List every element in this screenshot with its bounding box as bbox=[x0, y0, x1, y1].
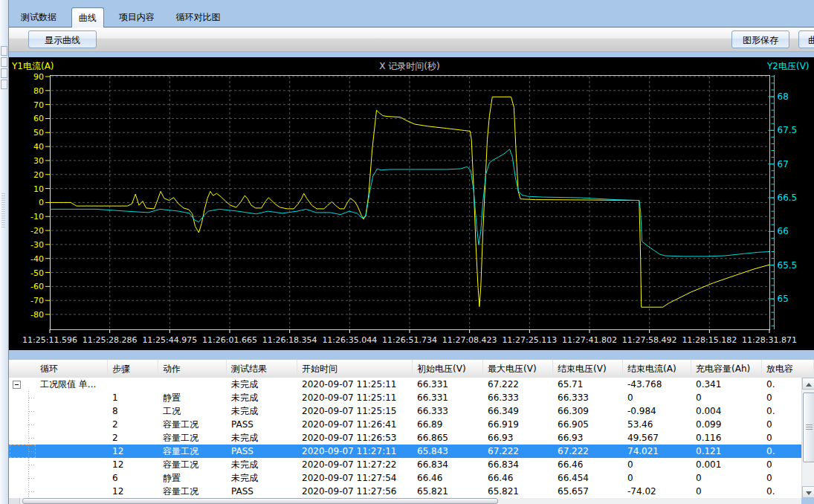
y2-tick-label: 67 bbox=[778, 159, 789, 169]
vertical-scrollbar[interactable] bbox=[801, 378, 814, 498]
column-header[interactable]: 测试结果 bbox=[227, 360, 297, 378]
table-row[interactable]: 8工况未完成2020-09-07 11:25:1566.33366.34966.… bbox=[9, 404, 801, 418]
scroll-left-button[interactable] bbox=[9, 498, 20, 504]
y2-tick-label: 66 bbox=[778, 226, 789, 236]
table-cell: 65.657 bbox=[553, 485, 623, 498]
results-table: 循环步骤动作测试结果开始时间初始电压(V)最大电压(V)结束电压(V)结束电流(… bbox=[9, 360, 814, 498]
table-cell: PASS bbox=[227, 485, 297, 498]
y1-tick-label: 20 bbox=[33, 170, 44, 180]
table-cell: 66.46 bbox=[553, 458, 623, 471]
main-area: 测试数据 曲线 项目内容 循环对比图 显示曲线 图形保存 曲 908070605… bbox=[9, 0, 814, 504]
table-row[interactable]: 2容量工况PASS2020-09-07 11:26:4166.8966.9196… bbox=[9, 418, 801, 431]
table-cell: 0 bbox=[691, 471, 762, 485]
save-graph-button[interactable]: 图形保存 bbox=[731, 30, 789, 48]
x-tick-label: 11:27:58.492 bbox=[622, 335, 677, 345]
table-cell: 12 bbox=[108, 458, 158, 471]
tab-curve[interactable]: 曲线 bbox=[71, 7, 104, 29]
table-cell: 66.333 bbox=[553, 391, 623, 404]
tab-cycle-comparison[interactable]: 循环对比图 bbox=[169, 7, 227, 27]
table-cell: 2020-09-07 11:27:56 bbox=[297, 485, 413, 498]
y2-tick-label: 65.5 bbox=[778, 260, 798, 271]
tree-line bbox=[29, 491, 34, 492]
table-cell: PASS bbox=[227, 418, 297, 431]
arrow-up-icon bbox=[806, 383, 812, 387]
scroll-up-button[interactable] bbox=[802, 378, 814, 390]
column-header[interactable]: 结束电压(V) bbox=[553, 360, 623, 378]
column-header[interactable]: 步骤 bbox=[108, 360, 158, 378]
table-cell: 2020-09-07 11:27:54 bbox=[297, 471, 413, 485]
table-cell bbox=[36, 458, 108, 471]
x-tick-label: 11:26:01.665 bbox=[202, 335, 257, 345]
x-tick-label: 11:26:51.734 bbox=[382, 335, 437, 345]
x-tick-label: 11:27:25.113 bbox=[502, 335, 557, 345]
table-header: 循环步骤动作测试结果开始时间初始电压(V)最大电压(V)结束电压(V)结束电流(… bbox=[9, 360, 814, 378]
table-cell: 2020-09-07 11:25:15 bbox=[297, 404, 413, 418]
horizontal-scrollbar[interactable] bbox=[9, 498, 801, 504]
arrow-down-icon bbox=[806, 491, 812, 495]
table-cell: 0. bbox=[762, 445, 801, 458]
column-header[interactable]: 结束电流(A) bbox=[623, 360, 691, 378]
y2-tick-label: 67.5 bbox=[778, 125, 798, 135]
tab-test-data[interactable]: 测试数据 bbox=[14, 7, 63, 27]
y1-tick-label: 10 bbox=[33, 184, 44, 194]
table-cell: 0 bbox=[691, 391, 762, 404]
column-header[interactable]: 开始时间 bbox=[297, 360, 413, 378]
y1-tick-label: -80 bbox=[30, 310, 44, 320]
column-header[interactable]: 放电容 bbox=[762, 360, 814, 378]
mini-icon bbox=[1, 46, 7, 56]
table-cell: 66.46 bbox=[413, 471, 483, 485]
tab-project-content[interactable]: 项目内容 bbox=[112, 7, 161, 27]
table-cell: 2 bbox=[108, 431, 158, 445]
hscrollbar-thumb[interactable] bbox=[22, 498, 498, 504]
table-cell: 未完成 bbox=[227, 404, 297, 418]
y1-tick-label: 80 bbox=[33, 86, 44, 96]
table-cell: 67.222 bbox=[553, 445, 623, 458]
left-collapsed-panel[interactable] bbox=[0, 0, 9, 504]
table-cell bbox=[36, 431, 108, 445]
table-cell: 0. bbox=[762, 378, 801, 391]
table-row[interactable]: 工况限值 单...未完成2020-09-07 11:25:1166.33167.… bbox=[9, 378, 801, 391]
show-curve-button[interactable]: 显示曲线 bbox=[28, 30, 97, 48]
clipped-right-button[interactable]: 曲 bbox=[798, 30, 814, 48]
table-cell: 65.821 bbox=[483, 485, 553, 498]
tree-collapse-icon[interactable] bbox=[13, 381, 21, 389]
table-cell: 静置 bbox=[158, 471, 227, 485]
table-cell: PASS bbox=[227, 445, 297, 458]
thumb-grip-icon bbox=[806, 424, 813, 430]
table-cell: 49.567 bbox=[623, 431, 691, 445]
column-header[interactable]: 最大电压(V) bbox=[483, 360, 553, 378]
table-cell: 2020-09-07 11:27:22 bbox=[297, 458, 413, 471]
table-cell: 66.331 bbox=[413, 391, 483, 404]
table-cell: 容量工况 bbox=[158, 431, 227, 445]
table-row[interactable]: 2容量工况未完成2020-09-07 11:26:5366.86566.9366… bbox=[9, 431, 801, 445]
y1-tick-label: -30 bbox=[30, 240, 44, 250]
table-cell: 66.349 bbox=[483, 404, 553, 418]
table-cell: 67.222 bbox=[483, 378, 553, 391]
column-header[interactable]: 充电容量(Ah) bbox=[691, 360, 762, 378]
curve-chart[interactable]: 9080706050403020100-10-20-30-40-50-60-70… bbox=[9, 57, 814, 350]
column-header[interactable]: 动作 bbox=[158, 360, 227, 378]
table-cell: 2020-09-07 11:25:11 bbox=[297, 378, 413, 391]
column-header[interactable]: 循环 bbox=[36, 360, 108, 378]
table-row[interactable]: 12容量工况PASS2020-09-07 11:27:5665.82165.82… bbox=[9, 485, 801, 498]
x-tick-label: 11:25:44.975 bbox=[142, 335, 197, 345]
scroll-down-button[interactable] bbox=[802, 486, 814, 498]
table-cell: 2020-09-07 11:26:53 bbox=[297, 431, 413, 445]
table-row[interactable]: 6静置未完成2020-09-07 11:27:5466.4666.4666.45… bbox=[9, 471, 801, 485]
table-cell: 0.341 bbox=[691, 378, 762, 391]
table-row[interactable]: 1静置未完成2020-09-07 11:25:1166.33166.33366.… bbox=[9, 391, 801, 404]
table-cell: 容量工况 bbox=[158, 485, 227, 498]
table-row[interactable]: 12容量工况未完成2020-09-07 11:27:2266.83466.834… bbox=[9, 458, 801, 471]
table-row[interactable]: 12容量工况PASS2020-09-07 11:27:1165.84367.22… bbox=[9, 445, 801, 458]
table-cell: 未完成 bbox=[227, 391, 297, 404]
chart-panel: 9080706050403020100-10-20-30-40-50-60-70… bbox=[9, 57, 814, 350]
column-header[interactable]: 初始电压(V) bbox=[413, 360, 483, 378]
scrollbar-thumb[interactable] bbox=[803, 392, 814, 462]
table-cell: 67.222 bbox=[483, 445, 553, 458]
y2-axis-title: Y2电压(V) bbox=[766, 61, 810, 71]
table-cell: 66.834 bbox=[413, 458, 483, 471]
table-cell: 未完成 bbox=[227, 471, 297, 485]
y2-tick-label: 68 bbox=[778, 91, 789, 102]
x-tick-label: 11:27:41.802 bbox=[562, 335, 617, 345]
table-cell: -43.768 bbox=[623, 378, 691, 391]
